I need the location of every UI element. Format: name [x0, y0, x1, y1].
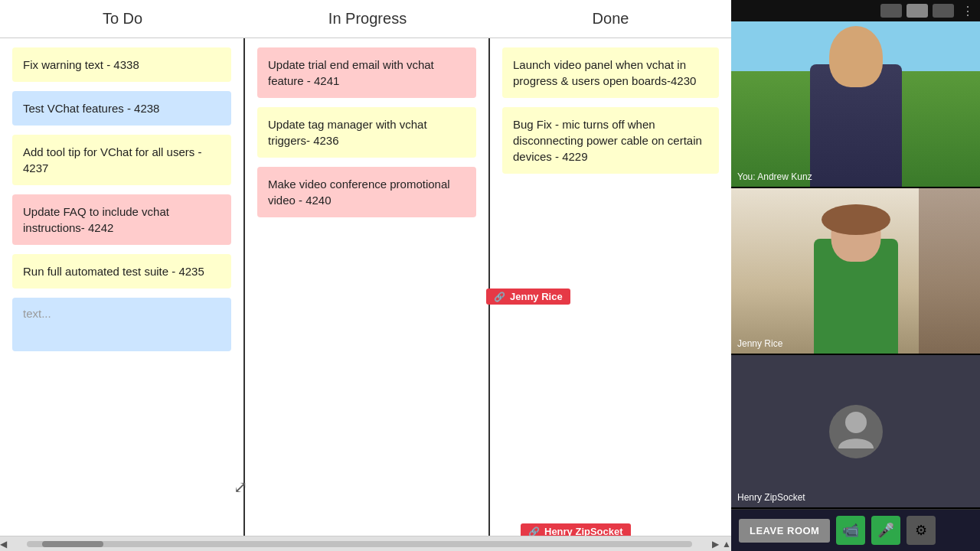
kanban-board: To Do In Progress Done Fix warning text … [0, 0, 731, 551]
andrew-video-panel: You: Andrew Kunz [731, 21, 980, 188]
done-column-header: Done [490, 10, 731, 28]
henry-avatar-icon [829, 405, 883, 458]
card-4242[interactable]: Update FAQ to include vchat instructions… [12, 194, 231, 245]
jenny-video-panel: Jenny Rice [731, 188, 980, 355]
video-toggle-button[interactable]: 📹 [836, 516, 865, 545]
scroll-right-btn[interactable]: ▶ [712, 539, 719, 549]
sidebar-topbar: ⋮ [731, 0, 980, 21]
scroll-left-btn[interactable]: ◀ [0, 539, 7, 549]
scroll-up-btn[interactable]: ▲ [722, 539, 731, 549]
leave-room-button[interactable]: LEAVE ROOM [739, 519, 830, 543]
done-column: Launch video panel when vchat in progres… [490, 38, 731, 536]
andrew-video-bg [731, 21, 980, 187]
jenny-video-bg [731, 188, 980, 354]
mic-icon: 🎤 [877, 522, 894, 539]
link-icon-henry: 🔗 [528, 527, 540, 536]
card-4236[interactable]: Update tag manager with vchat triggers- … [257, 107, 476, 158]
henry-zipocket-label: 🔗 Henry ZipSocket [521, 523, 631, 536]
settings-icon: ⚙ [915, 522, 927, 539]
bottom-left-arrows[interactable]: ◀ [0, 539, 7, 549]
topbar-btn-1[interactable] [880, 4, 902, 18]
kanban-bottombar: ◀ ▶ ▲ [0, 536, 731, 551]
card-4235[interactable]: Run full automated test suite - 4235 [12, 254, 231, 289]
card-4237[interactable]: Add tool tip for VChat for all users - 4… [12, 135, 231, 185]
card-4338[interactable]: Fix warning text - 4338 [12, 47, 231, 82]
card-4230[interactable]: Launch video panel when vchat in progres… [502, 47, 719, 98]
jenny-rice-label: 🔗 Jenny Rice [486, 289, 570, 305]
svg-point-0 [845, 412, 867, 433]
bottom-right-arrows[interactable]: ▶ ▲ [712, 539, 731, 549]
henry-name-label: Henry ZipSocket [737, 492, 805, 503]
kanban-header: To Do In Progress Done [0, 0, 731, 38]
andrew-name-label: You: Andrew Kunz [737, 171, 812, 182]
card-4241[interactable]: Update trial end email with vchat featur… [257, 47, 476, 98]
card-4238[interactable]: Test VChat features - 4238 [12, 91, 231, 126]
inprog-column: Update trial end email with vchat featur… [245, 38, 490, 536]
mic-toggle-button[interactable]: 🎤 [871, 516, 900, 545]
drag-cursor-icon: ⤢ [234, 478, 247, 497]
kanban-body: Fix warning text - 4338 Test VChat featu… [0, 38, 731, 536]
henry-video-panel: Henry ZipSocket [731, 355, 980, 509]
new-card-input[interactable]: text... [12, 298, 231, 351]
sidebar-controls: LEAVE ROOM 📹 🎤 ⚙ [731, 509, 980, 551]
link-icon-jenny: 🔗 [494, 292, 505, 302]
todo-column: Fix warning text - 4338 Test VChat featu… [0, 38, 245, 536]
card-4229[interactable]: Bug Fix - mic turns off when disconnecti… [502, 107, 719, 174]
video-icon: 📹 [842, 522, 859, 539]
todo-column-header: To Do [0, 10, 245, 28]
scroll-thumb [42, 541, 103, 547]
settings-button[interactable]: ⚙ [906, 516, 936, 545]
sidebar: ⋮ You: Andrew Kunz Jenny Rice [731, 0, 980, 551]
jenny-name-label: Jenny Rice [737, 338, 782, 349]
henry-silhouette [731, 355, 980, 507]
topbar-btn-3[interactable] [933, 4, 954, 18]
bottom-scrollbar[interactable] [27, 541, 692, 547]
card-4240[interactable]: Make video conference promotional video … [257, 167, 476, 217]
topbar-btn-2[interactable] [906, 4, 928, 18]
topbar-menu-dots[interactable]: ⋮ [962, 4, 974, 18]
inprog-column-header: In Progress [245, 10, 490, 28]
